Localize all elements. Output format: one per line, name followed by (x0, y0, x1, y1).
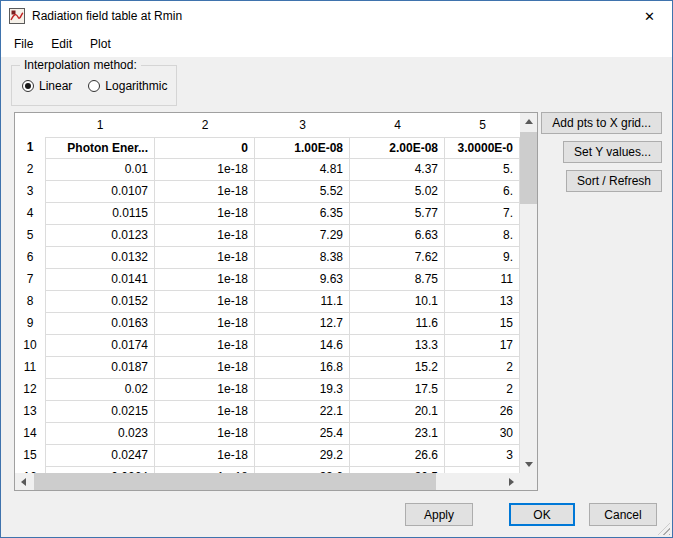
table-cell[interactable]: 7.29 (255, 225, 350, 247)
table-cell[interactable]: 8.38 (255, 247, 350, 269)
table-cell[interactable]: 1e-18 (155, 181, 255, 203)
table-cell[interactable]: 1e-18 (155, 225, 255, 247)
table-cell[interactable]: 1e-18 (155, 269, 255, 291)
table-cell[interactable]: 23.1 (350, 423, 445, 445)
table-cell[interactable]: 12.7 (255, 313, 350, 335)
cancel-button[interactable]: Cancel (589, 503, 657, 526)
table-cell[interactable]: 0.01 (45, 159, 155, 181)
row-header[interactable]: 11 (15, 357, 45, 379)
table-cell[interactable]: 8. (445, 225, 520, 247)
table-cell[interactable]: 17 (445, 335, 520, 357)
table-cell[interactable]: 11.6 (350, 313, 445, 335)
table-cell[interactable]: Photon Ener... (45, 137, 155, 159)
resize-grip[interactable] (658, 523, 670, 535)
horizontal-scroll-track[interactable] (32, 473, 503, 490)
table-cell[interactable]: 9. (445, 247, 520, 269)
table-cell[interactable]: 4.37 (350, 159, 445, 181)
vertical-scrollbar[interactable] (520, 113, 537, 473)
table-cell[interactable]: 5.77 (350, 203, 445, 225)
row-header[interactable]: 4 (15, 203, 45, 225)
horizontal-scrollbar[interactable] (15, 473, 520, 490)
table-cell[interactable]: 1.00E-08 (255, 137, 350, 159)
row-header[interactable]: 10 (15, 335, 45, 357)
row-header[interactable]: 7 (15, 269, 45, 291)
table-cell[interactable]: 17.5 (350, 379, 445, 401)
sort-refresh-button[interactable]: Sort / Refresh (566, 170, 662, 192)
scroll-left-button[interactable] (15, 473, 32, 490)
table-cell[interactable]: 0.0152 (45, 291, 155, 313)
table-cell[interactable]: 13 (445, 291, 520, 313)
table-cell[interactable]: 3 (445, 445, 520, 467)
table-cell[interactable]: 10.1 (350, 291, 445, 313)
table-cell[interactable]: 26.6 (350, 445, 445, 467)
row-header[interactable]: 2 (15, 159, 45, 181)
scroll-down-button[interactable] (520, 456, 537, 473)
scroll-up-button[interactable] (520, 113, 537, 130)
table-cell[interactable]: 6.63 (350, 225, 445, 247)
table-cell[interactable]: 13.3 (350, 335, 445, 357)
table-cell[interactable]: 1e-18 (155, 401, 255, 423)
table-cell[interactable]: 14.6 (255, 335, 350, 357)
column-header[interactable]: 1 (45, 113, 155, 137)
table-cell[interactable]: 1e-18 (155, 379, 255, 401)
table-cell[interactable]: 30 (445, 423, 520, 445)
table-cell[interactable]: 19.3 (255, 379, 350, 401)
table-cell[interactable]: 0 (155, 137, 255, 159)
table-cell[interactable]: 5. (445, 159, 520, 181)
add-pts-to-x-grid-button[interactable]: Add pts to X grid... (541, 112, 662, 134)
set-y-values-button[interactable]: Set Y values... (563, 141, 662, 163)
table-cell[interactable]: 20.1 (350, 401, 445, 423)
table-cell[interactable]: 2 (445, 357, 520, 379)
table-cell[interactable]: 1e-18 (155, 445, 255, 467)
corner-header[interactable] (15, 113, 45, 137)
menu-file[interactable]: File (5, 33, 42, 55)
apply-button[interactable]: Apply (405, 503, 473, 526)
table-cell[interactable]: 8.75 (350, 269, 445, 291)
table-cell[interactable]: 5.52 (255, 181, 350, 203)
row-header[interactable]: 5 (15, 225, 45, 247)
column-header[interactable]: 4 (350, 113, 445, 137)
close-icon[interactable]: ✕ (627, 1, 672, 31)
row-header[interactable]: 8 (15, 291, 45, 313)
row-header[interactable]: 13 (15, 401, 45, 423)
table-cell[interactable]: 1e-18 (155, 423, 255, 445)
table-cell[interactable]: 1e-18 (155, 291, 255, 313)
table-cell[interactable]: 1e-18 (155, 335, 255, 357)
radio-option-logarithmic[interactable]: Logarithmic (88, 79, 167, 93)
table-cell[interactable]: 16.8 (255, 357, 350, 379)
table-cell[interactable]: 0.0247 (45, 445, 155, 467)
titlebar[interactable]: Radiation field table at Rmin ✕ (1, 1, 672, 31)
table-cell[interactable]: 15.2 (350, 357, 445, 379)
table-cell[interactable]: 0.0141 (45, 269, 155, 291)
row-header[interactable]: 1 (15, 137, 45, 159)
column-header[interactable]: 5 (445, 113, 520, 137)
table-cell[interactable]: 2.00E-08 (350, 137, 445, 159)
table-cell[interactable]: 0.0174 (45, 335, 155, 357)
table-cell[interactable]: 0.02 (45, 379, 155, 401)
scroll-right-button[interactable] (503, 473, 520, 490)
row-header[interactable]: 15 (15, 445, 45, 467)
table-cell[interactable]: 0.0132 (45, 247, 155, 269)
table-cell[interactable]: 0.0187 (45, 357, 155, 379)
table-cell[interactable]: 15 (445, 313, 520, 335)
table-cell[interactable]: 0.0107 (45, 181, 155, 203)
row-header[interactable]: 12 (15, 379, 45, 401)
table-cell[interactable]: 11.1 (255, 291, 350, 313)
ok-button[interactable]: OK (509, 503, 575, 526)
menu-edit[interactable]: Edit (42, 33, 81, 55)
row-header[interactable]: 14 (15, 423, 45, 445)
table-cell[interactable]: 1e-18 (155, 357, 255, 379)
horizontal-scroll-thumb[interactable] (34, 473, 436, 490)
column-header[interactable]: 3 (255, 113, 350, 137)
table-cell[interactable]: 0.023 (45, 423, 155, 445)
table-cell[interactable]: 7.62 (350, 247, 445, 269)
table-cell[interactable]: 3.0000E-0 (445, 137, 520, 159)
table-cell[interactable]: 1e-18 (155, 247, 255, 269)
menu-plot[interactable]: Plot (81, 33, 120, 55)
table-cell[interactable]: 0.0123 (45, 225, 155, 247)
table-cell[interactable]: 1e-18 (155, 313, 255, 335)
table-cell[interactable]: 9.63 (255, 269, 350, 291)
vertical-scroll-thumb[interactable] (520, 132, 537, 204)
table-cell[interactable]: 0.0215 (45, 401, 155, 423)
table-cell[interactable]: 6. (445, 181, 520, 203)
